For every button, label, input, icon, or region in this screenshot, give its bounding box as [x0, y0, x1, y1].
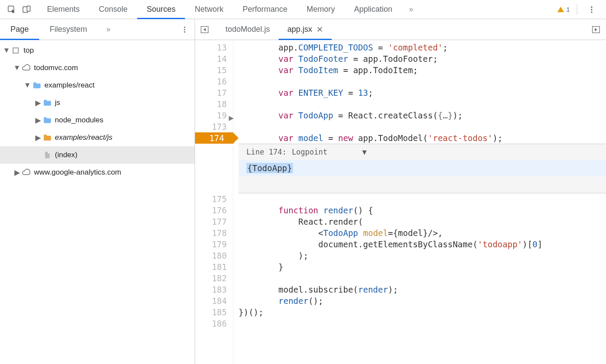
expand-arrow-icon[interactable]: ▶ — [35, 98, 41, 108]
panel-label: Application — [354, 5, 392, 14]
show-navigator-icon[interactable] — [198, 23, 212, 37]
code-line: } — [239, 261, 606, 273]
line-gutter[interactable]: 13141516171819▶1731741751761771781791801… — [195, 40, 233, 364]
code-line: var model = new app.TodoModel('react-tod… — [239, 132, 606, 144]
expand-arrow-icon[interactable]: ▼ — [14, 64, 20, 72]
line-number[interactable]: 178 — [195, 227, 233, 239]
code-line: var TodoItem = app.TodoItem; — [239, 64, 606, 76]
tree-row[interactable]: ▶js — [0, 94, 195, 111]
tree-row[interactable]: (index) — [0, 146, 195, 164]
line-number[interactable]: 17 — [195, 87, 233, 98]
folder-blue-icon — [42, 116, 52, 125]
svg-point-3 — [591, 6, 592, 7]
svg-point-8 — [184, 31, 185, 32]
more-nav-tabs-icon[interactable]: » — [106, 25, 111, 34]
file-tree[interactable]: ▼top▼todomvc.com▼examples/react▶js▶node_… — [0, 40, 195, 364]
line-number[interactable]: 184 — [195, 295, 233, 307]
line-number[interactable]: 14 — [195, 53, 233, 64]
code-line — [239, 318, 606, 329]
line-number[interactable]: 15 — [195, 64, 233, 76]
tree-row[interactable]: ▼examples/react — [0, 77, 195, 94]
file-tab-label: app.jsx — [287, 25, 312, 34]
file-tab-todoModel[interactable]: todoModel.js — [217, 19, 279, 40]
kebab-menu-icon[interactable] — [584, 2, 599, 17]
show-debugger-icon[interactable] — [591, 25, 603, 34]
navigator-menu-icon[interactable] — [181, 26, 195, 34]
dropdown-value: Logpoint — [292, 148, 327, 156]
divider — [577, 4, 577, 15]
panel-tab-console[interactable]: Console — [89, 0, 137, 19]
more-panels-icon[interactable]: » — [402, 0, 420, 19]
tree-row[interactable]: ▶www.google-analytics.com — [0, 164, 195, 181]
code-line — [239, 121, 606, 132]
panel-tab-elements[interactable]: Elements — [37, 0, 89, 19]
breakpoint-line-number[interactable]: 174 — [195, 132, 233, 144]
code-line: })(); — [239, 307, 606, 318]
code-content[interactable]: app.COMPLETED_TODOS = 'completed'; var T… — [233, 40, 606, 364]
expand-arrow-icon[interactable] — [35, 151, 41, 159]
folder-orange-icon — [42, 133, 52, 142]
file-tab-app-jsx[interactable]: app.jsx ✕ — [279, 19, 332, 40]
line-number[interactable]: 176 — [195, 205, 233, 216]
expand-arrow-icon[interactable]: ▼ — [24, 81, 30, 90]
line-number[interactable]: 186 — [195, 318, 233, 329]
tree-row[interactable]: ▼top — [0, 42, 195, 59]
line-number[interactable]: 179 — [195, 239, 233, 250]
line-number[interactable]: 182 — [195, 273, 233, 284]
expand-arrow-icon[interactable]: ▶ — [35, 116, 41, 125]
warnings-badge[interactable]: 1 — [557, 6, 570, 13]
cloud-icon — [21, 168, 31, 177]
panel-label: Network — [195, 5, 223, 14]
logpoint-input[interactable]: {TodoApp} — [239, 160, 606, 176]
panel-label: Performance — [242, 5, 287, 14]
tree-row[interactable]: ▼todomvc.com — [0, 59, 195, 77]
tree-label: examples/react/js — [55, 133, 112, 142]
code-line: React.render( — [239, 216, 606, 227]
svg-point-6 — [184, 27, 185, 28]
line-number[interactable]: 18 — [195, 98, 233, 110]
toolbar-right: 1 — [557, 2, 602, 17]
line-number[interactable]: 181 — [195, 261, 233, 273]
line-number[interactable]: 175 — [195, 193, 233, 205]
panel-label: Console — [99, 5, 128, 14]
nav-tab-label: Filesystem — [50, 25, 87, 34]
device-toolbar-icon[interactable] — [19, 2, 34, 17]
file-tab-label: todoModel.js — [226, 25, 270, 34]
inspect-element-icon[interactable] — [4, 2, 19, 17]
nav-tab-filesystem[interactable]: Filesystem — [39, 19, 98, 40]
code-line: ); — [239, 250, 606, 261]
panel-tab-memory[interactable]: Memory — [297, 0, 344, 19]
panel-label: Elements — [47, 5, 80, 14]
folder-blue-icon — [42, 98, 52, 107]
tree-label: www.google-analytics.com — [34, 168, 121, 177]
expand-arrow-icon[interactable]: ▼ — [3, 46, 10, 55]
panel-label: Sources — [147, 5, 175, 14]
line-number[interactable]: 177 — [195, 216, 233, 227]
close-tab-icon[interactable]: ✕ — [316, 25, 323, 34]
panel-tab-performance[interactable]: Performance — [233, 0, 297, 19]
tree-row[interactable]: ▶node_modules — [0, 111, 195, 129]
nav-tab-label: Page — [10, 25, 29, 34]
code-line: var TodoFooter = app.TodoFooter; — [239, 53, 606, 64]
line-number[interactable]: 16 — [195, 76, 233, 87]
file-icon — [42, 151, 52, 159]
tree-label: js — [55, 98, 60, 107]
line-number[interactable]: 180 — [195, 250, 233, 261]
nav-tab-page[interactable]: Page — [0, 19, 39, 40]
panel-tab-network[interactable]: Network — [185, 0, 233, 19]
panel-tab-sources[interactable]: Sources — [137, 0, 185, 19]
expand-arrow-icon[interactable]: ▶ — [35, 133, 41, 142]
line-number[interactable]: 19▶ — [195, 110, 233, 121]
line-number[interactable]: 185 — [195, 307, 233, 318]
breakpoint-type-dropdown[interactable]: Logpoint▼ — [292, 148, 367, 156]
file-tab-strip: todoModel.js app.jsx ✕ — [217, 19, 332, 40]
line-number[interactable]: 13 — [195, 42, 233, 53]
line-number[interactable]: 173 — [195, 121, 233, 132]
logpoint-line-label: Line 174: — [246, 148, 286, 156]
expand-arrow-icon[interactable]: ▶ — [14, 168, 20, 177]
tree-label: todomvc.com — [34, 64, 78, 72]
panel-tab-application[interactable]: Application — [344, 0, 402, 19]
line-number[interactable]: 183 — [195, 284, 233, 295]
tree-row[interactable]: ▶examples/react/js — [0, 129, 195, 146]
code-editor[interactable]: 13141516171819▶1731741751761771781791801… — [195, 40, 606, 364]
